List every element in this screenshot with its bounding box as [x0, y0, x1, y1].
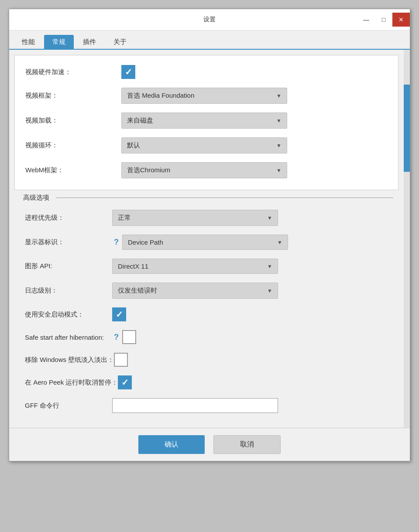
webm-framework-row: WebM框架： 首选Chromium ▼ — [15, 158, 398, 183]
safe-boot-row: 使用安全启动模式： ✓ — [14, 303, 398, 326]
tab-performance[interactable]: 性能 — [14, 35, 43, 49]
graphics-api-arrow: ▼ — [267, 263, 272, 269]
minimize-button[interactable]: — — [357, 13, 375, 27]
maximize-button[interactable]: □ — [375, 13, 392, 27]
video-loop-arrow: ▼ — [276, 143, 282, 149]
process-priority-dropdown[interactable]: 正常 ▼ — [112, 210, 278, 226]
scrollbar-thumb[interactable] — [404, 85, 410, 172]
safe-boot-checkbox[interactable]: ✓ — [112, 307, 126, 321]
process-priority-arrow: ▼ — [267, 215, 272, 221]
safe-hibernate-label: Safe start after hibernation: — [25, 334, 112, 341]
video-hw-accel-label: 视频硬件加速： — [25, 68, 121, 76]
general-section: 视频硬件加速： ✓ 视频框架： 首选 Media Foundation ▼ — [14, 55, 398, 190]
wallpaper-fade-row: 移除 Windows 壁纸淡入淡出： — [14, 348, 398, 371]
safe-boot-control: ✓ — [112, 307, 388, 321]
display-id-help-icon[interactable]: ? — [114, 238, 119, 247]
tab-plugins[interactable]: 插件 — [75, 35, 104, 49]
video-loop-value: 默认 — [127, 141, 140, 150]
video-load-value: 来自磁盘 — [127, 116, 153, 125]
video-loop-dropdown[interactable]: 默认 ▼ — [121, 137, 287, 153]
log-level-value: 仅发生错误时 — [118, 286, 157, 295]
display-id-control: Device Path ▼ — [122, 235, 388, 250]
webm-framework-value: 首选Chromium — [127, 166, 170, 174]
window-title: 设置 — [62, 16, 357, 24]
wallpaper-fade-checkbox[interactable] — [114, 353, 128, 367]
advanced-divider-line — [56, 198, 393, 198]
webm-framework-label: WebM框架： — [25, 166, 121, 174]
graphics-api-control: DirectX 11 ▼ — [112, 259, 388, 274]
video-load-dropdown[interactable]: 来自磁盘 ▼ — [121, 113, 287, 129]
video-framework-control: 首选 Media Foundation ▼ — [121, 88, 388, 104]
video-load-arrow: ▼ — [276, 118, 282, 124]
display-id-value: Device Path — [128, 239, 163, 246]
cancel-button[interactable]: 取消 — [213, 435, 281, 454]
video-hw-accel-checkbox[interactable]: ✓ — [121, 65, 135, 79]
footer-bar: 确认 取消 — [9, 428, 410, 461]
gff-cmdline-control — [112, 398, 388, 413]
video-framework-arrow: ▼ — [276, 93, 282, 99]
graphics-api-dropdown[interactable]: DirectX 11 ▼ — [112, 259, 278, 274]
wallpaper-fade-label: 移除 Windows 壁纸淡入淡出： — [25, 356, 114, 364]
display-id-dropdown[interactable]: Device Path ▼ — [122, 235, 288, 250]
gff-cmdline-row: GFF 命令行 — [14, 394, 398, 417]
safe-hibernate-help-icon[interactable]: ? — [114, 333, 119, 342]
video-load-label: 视频加载： — [25, 116, 121, 125]
video-hw-accel-row: 视频硬件加速： ✓ — [15, 61, 398, 83]
video-loop-label: 视频循环： — [25, 141, 121, 150]
aero-peek-row: 在 Aero Peek 运行时取消暂停： ✓ — [14, 371, 398, 394]
scrollbar[interactable] — [404, 50, 410, 428]
video-loop-control: 默认 ▼ — [121, 137, 388, 153]
main-panel: 视频硬件加速： ✓ 视频框架： 首选 Media Foundation ▼ — [9, 50, 404, 428]
safe-boot-check-mark: ✓ — [116, 310, 123, 319]
display-id-arrow: ▼ — [277, 239, 282, 246]
video-load-control: 来自磁盘 ▼ — [121, 113, 388, 129]
process-priority-label: 进程优先级： — [25, 214, 112, 222]
graphics-api-label: 图形 API: — [25, 262, 112, 270]
wallpaper-fade-control — [114, 353, 388, 367]
content-area: 视频硬件加速： ✓ 视频框架： 首选 Media Foundation ▼ — [9, 50, 410, 428]
safe-hibernate-control — [122, 330, 388, 344]
aero-peek-checkbox[interactable]: ✓ — [118, 375, 132, 389]
tab-bar: 性能 常规 插件 关于 — [9, 31, 410, 50]
video-framework-dropdown[interactable]: 首选 Media Foundation ▼ — [121, 88, 287, 104]
display-id-row: 显示器标识： ? Device Path ▼ — [14, 230, 398, 254]
title-bar: 设置 — □ ✕ — [9, 9, 410, 31]
graphics-api-value: DirectX 11 — [118, 263, 148, 270]
log-level-row: 日志级别： 仅发生错误时 ▼ — [14, 278, 398, 303]
graphics-api-row: 图形 API: DirectX 11 ▼ — [14, 254, 398, 278]
tab-about[interactable]: 关于 — [105, 35, 135, 49]
log-level-dropdown[interactable]: 仅发生错误时 ▼ — [112, 283, 278, 299]
video-framework-row: 视频框架： 首选 Media Foundation ▼ — [15, 83, 398, 108]
video-framework-value: 首选 Media Foundation — [127, 92, 194, 100]
video-hw-accel-check-mark: ✓ — [125, 68, 132, 76]
advanced-section-label: 高级选项 — [20, 194, 53, 202]
log-level-label: 日志级别： — [25, 286, 112, 295]
process-priority-row: 进程优先级： 正常 ▼ — [14, 205, 398, 230]
process-priority-value: 正常 — [118, 214, 131, 222]
window-controls: — □ ✕ — [357, 13, 410, 27]
aero-peek-control: ✓ — [118, 375, 388, 389]
gff-cmdline-label: GFF 命令行 — [25, 402, 112, 410]
settings-window: 设置 — □ ✕ 性能 常规 插件 关于 视频硬件加速： ✓ — [9, 9, 410, 461]
video-loop-row: 视频循环： 默认 ▼ — [15, 133, 398, 158]
confirm-button[interactable]: 确认 — [138, 435, 205, 454]
safe-hibernate-checkbox[interactable] — [122, 330, 136, 344]
safe-hibernate-row: Safe start after hibernation: ? — [14, 326, 398, 348]
log-level-arrow: ▼ — [267, 288, 272, 294]
video-hw-accel-control: ✓ — [121, 65, 388, 79]
webm-framework-dropdown[interactable]: 首选Chromium ▼ — [121, 162, 287, 178]
aero-peek-label: 在 Aero Peek 运行时取消暂停： — [25, 379, 118, 387]
close-button[interactable]: ✕ — [392, 13, 410, 27]
webm-framework-control: 首选Chromium ▼ — [121, 162, 388, 178]
webm-framework-arrow: ▼ — [276, 167, 282, 174]
gff-cmdline-input[interactable] — [112, 398, 278, 413]
scrollbar-lower — [404, 172, 410, 428]
safe-boot-label: 使用安全启动模式： — [25, 310, 112, 319]
tab-general[interactable]: 常规 — [44, 35, 74, 49]
advanced-header: 高级选项 — [14, 194, 398, 202]
video-load-row: 视频加载： 来自磁盘 ▼ — [15, 108, 398, 133]
video-framework-label: 视频框架： — [25, 92, 121, 100]
advanced-section: 高级选项 进程优先级： 正常 ▼ 显示器标识： ? — [14, 194, 398, 424]
process-priority-control: 正常 ▼ — [112, 210, 388, 226]
log-level-control: 仅发生错误时 ▼ — [112, 283, 388, 299]
